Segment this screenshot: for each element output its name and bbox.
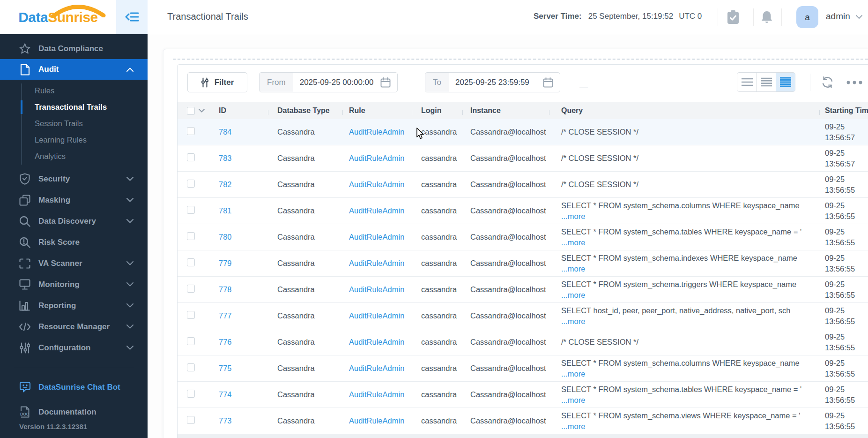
row-checkbox[interactable] [187, 258, 195, 266]
row-checkbox[interactable] [187, 153, 195, 161]
table-row[interactable]: 781 Cassandra AuditRuleAdmin cassandra C… [178, 198, 868, 224]
sidebar-item-resource-manager[interactable]: Resource Manager [0, 316, 148, 337]
select-all-checkbox[interactable] [187, 107, 195, 115]
row-checkbox[interactable] [187, 206, 195, 214]
row-rule-link[interactable]: AuditRuleAdmin [342, 285, 412, 294]
user-menu[interactable]: admin [826, 11, 850, 22]
sidebar-item-chat-bot[interactable]: DataSunrise Chat Bot [0, 377, 148, 398]
calendar-icon[interactable] [543, 77, 553, 88]
row-query-more-link[interactable]: ...more [561, 395, 819, 406]
sidebar-item-security[interactable]: Security [0, 168, 148, 189]
row-checkbox[interactable] [187, 180, 195, 188]
column-header-instance[interactable]: Instance [462, 106, 549, 115]
row-checkbox[interactable] [187, 390, 195, 398]
row-checkbox[interactable] [187, 285, 195, 293]
row-checkbox[interactable] [187, 127, 195, 135]
row-rule-link[interactable]: AuditRuleAdmin [342, 390, 412, 399]
sidebar-item-configuration[interactable]: Configuration [0, 337, 148, 358]
column-header-database-type[interactable]: Database Type [268, 106, 342, 115]
filter-button[interactable]: Filter [187, 72, 247, 92]
column-header-query[interactable]: Query [549, 106, 819, 115]
row-checkbox[interactable] [187, 337, 195, 345]
row-checkbox[interactable] [187, 232, 195, 240]
table-row[interactable]: 783 Cassandra AuditRuleAdmin cassandra C… [178, 145, 868, 172]
more-actions-button[interactable] [846, 81, 862, 84]
row-id-link[interactable]: 774 [214, 390, 268, 399]
sidebar-item-risk-score[interactable]: Risk Score [0, 232, 148, 253]
row-id-link[interactable]: 782 [214, 180, 268, 189]
density-medium-button[interactable] [757, 73, 776, 91]
table-row[interactable]: 775 Cassandra AuditRuleAdmin cassandra C… [178, 355, 868, 382]
column-header-rule[interactable]: Rule [342, 106, 412, 115]
table-row[interactable]: 780 Cassandra AuditRuleAdmin cassandra C… [178, 224, 868, 250]
table-row[interactable]: 776 Cassandra AuditRuleAdmin cassandra C… [178, 329, 868, 355]
row-id-link[interactable]: 779 [214, 259, 268, 268]
notifications-button[interactable] [761, 10, 773, 24]
calendar-icon[interactable] [380, 77, 391, 88]
sidebar-collapse-button[interactable] [116, 0, 148, 34]
row-query-more-link[interactable]: ...more [561, 290, 819, 301]
audit-submenu-item[interactable]: Transactional Trails [0, 99, 148, 115]
table-row[interactable]: 778 Cassandra AuditRuleAdmin cassandra C… [178, 277, 868, 303]
row-rule-link[interactable]: AuditRuleAdmin [342, 364, 412, 373]
refresh-button[interactable] [821, 76, 834, 89]
sidebar-item-masking[interactable]: Masking [0, 189, 148, 211]
selection-dropdown-chevron-icon[interactable] [199, 109, 205, 113]
row-rule-link[interactable]: AuditRuleAdmin [342, 311, 412, 320]
column-header-id[interactable]: ID [214, 106, 268, 115]
table-row[interactable]: 782 Cassandra AuditRuleAdmin cassandra C… [178, 172, 868, 198]
column-header-starting-time[interactable]: Starting Time [819, 106, 868, 115]
row-query-more-link[interactable]: ...more [561, 316, 819, 327]
table-row[interactable]: 777 Cassandra AuditRuleAdmin cassandra C… [178, 303, 868, 329]
row-rule-link[interactable]: AuditRuleAdmin [342, 206, 412, 215]
row-id-link[interactable]: 777 [214, 311, 268, 320]
density-compact-button[interactable] [776, 73, 795, 91]
row-id-link[interactable]: 781 [214, 206, 268, 215]
audit-submenu-item[interactable]: Learning Rules [0, 132, 148, 148]
row-rule-link[interactable]: AuditRuleAdmin [342, 338, 412, 347]
row-rule-link[interactable]: AuditRuleAdmin [342, 233, 412, 242]
table-row[interactable]: 773 Cassandra AuditRuleAdmin cassandra C… [178, 408, 868, 434]
row-rule-link[interactable]: AuditRuleAdmin [342, 180, 412, 189]
to-date-input[interactable]: To 2025-09-25 23:59:59 [425, 72, 560, 92]
row-id-link[interactable]: 776 [214, 338, 268, 347]
from-date-input[interactable]: From 2025-09-25 00:00:00 [259, 72, 398, 92]
row-query-more-link[interactable]: ...more [561, 369, 819, 379]
sidebar-item-data-compliance[interactable]: Data Compliance [0, 38, 148, 59]
row-id-link[interactable]: 783 [214, 154, 268, 163]
row-id-link[interactable]: 775 [214, 364, 268, 373]
row-id-link[interactable]: 780 [214, 233, 268, 242]
table-row[interactable]: 779 Cassandra AuditRuleAdmin cassandra C… [178, 250, 868, 277]
sidebar-item-audit[interactable]: Audit [0, 59, 148, 80]
tasks-button[interactable] [727, 10, 739, 24]
sidebar-item-reporting[interactable]: Reporting [0, 295, 148, 316]
avatar[interactable]: a [796, 6, 818, 28]
column-header-login[interactable]: Login [412, 106, 462, 115]
sidebar-item-monitoring[interactable]: Monitoring [0, 274, 148, 295]
density-sparse-button[interactable] [737, 73, 757, 91]
row-query-more-link[interactable]: ...more [561, 237, 819, 248]
sidebar-item-documentation[interactable]: DOC Documentation [0, 401, 148, 423]
audit-submenu-item[interactable]: Rules [0, 83, 148, 99]
row-checkbox[interactable] [187, 363, 195, 371]
row-checkbox[interactable] [187, 416, 195, 424]
audit-submenu-item[interactable]: Session Trails [0, 115, 148, 132]
row-query-more-link[interactable]: ...more [561, 264, 819, 274]
row-query-more-link[interactable]: ...more [561, 211, 819, 222]
row-rule-link[interactable]: AuditRuleAdmin [342, 154, 412, 163]
table-row[interactable]: 784 Cassandra AuditRuleAdmin cassandra C… [178, 119, 868, 145]
sidebar-item-data-discovery[interactable]: Data Discovery [0, 211, 148, 232]
row-id-link[interactable]: 784 [214, 128, 268, 136]
user-menu-chevron-icon[interactable] [856, 15, 862, 19]
row-query-more-link[interactable]: ...more [561, 421, 819, 432]
row-id-link[interactable]: 778 [214, 285, 268, 294]
table-row[interactable]: 774 Cassandra AuditRuleAdmin cassandra C… [178, 382, 868, 408]
audit-submenu-item[interactable]: Analytics [0, 148, 148, 165]
row-rule-link[interactable]: AuditRuleAdmin [342, 416, 412, 425]
row-rule-link[interactable]: AuditRuleAdmin [342, 259, 412, 268]
sidebar-item-va-scanner[interactable]: VA Scanner [0, 253, 148, 274]
row-id-link[interactable]: 773 [214, 416, 268, 425]
logo[interactable]: DataSunrise [0, 0, 116, 34]
row-checkbox[interactable] [187, 311, 195, 319]
row-rule-link[interactable]: AuditRuleAdmin [342, 128, 412, 136]
